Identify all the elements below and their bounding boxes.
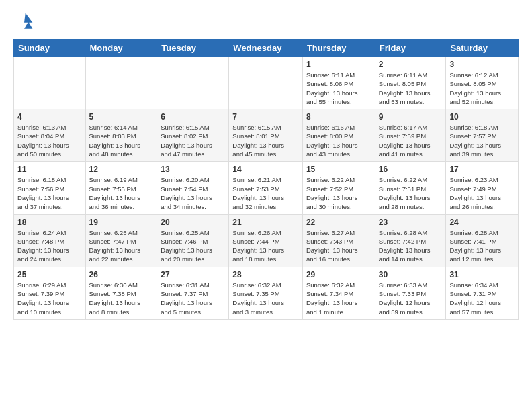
day-info: Sunrise: 6:24 AM Sunset: 7:48 PM Dayligh… (17, 228, 82, 264)
day-info: Sunrise: 6:23 AM Sunset: 7:49 PM Dayligh… (449, 175, 515, 211)
day-cell: 15Sunrise: 6:22 AM Sunset: 7:52 PM Dayli… (302, 162, 375, 214)
day-number: 20 (161, 218, 225, 227)
day-number: 4 (17, 112, 82, 122)
day-cell: 17Sunrise: 6:23 AM Sunset: 7:49 PM Dayli… (446, 162, 519, 214)
day-cell: 28Sunrise: 6:32 AM Sunset: 7:35 PM Dayli… (229, 267, 303, 319)
day-info: Sunrise: 6:25 AM Sunset: 7:46 PM Dayligh… (161, 228, 225, 264)
week-row-3: 18Sunrise: 6:24 AM Sunset: 7:48 PM Dayli… (14, 214, 519, 267)
day-cell: 2Sunrise: 6:11 AM Sunset: 8:05 PM Daylig… (375, 57, 446, 109)
day-number: 13 (161, 165, 225, 174)
day-number: 21 (232, 218, 299, 227)
day-number: 17 (449, 165, 515, 174)
day-cell: 1Sunrise: 6:11 AM Sunset: 8:06 PM Daylig… (302, 57, 375, 109)
day-info: Sunrise: 6:27 AM Sunset: 7:43 PM Dayligh… (306, 228, 371, 264)
day-info: Sunrise: 6:28 AM Sunset: 7:41 PM Dayligh… (449, 228, 515, 264)
day-number: 7 (232, 112, 299, 122)
day-info: Sunrise: 6:25 AM Sunset: 7:47 PM Dayligh… (89, 228, 154, 264)
day-number: 31 (449, 270, 515, 279)
week-row-0: 1Sunrise: 6:11 AM Sunset: 8:06 PM Daylig… (14, 57, 519, 109)
page: SundayMondayTuesdayWednesdayThursdayFrid… (0, 0, 532, 411)
day-number: 6 (161, 112, 225, 122)
day-cell: 4Sunrise: 6:13 AM Sunset: 8:04 PM Daylig… (14, 109, 86, 162)
day-cell: 7Sunrise: 6:15 AM Sunset: 8:01 PM Daylig… (229, 109, 303, 162)
day-cell: 20Sunrise: 6:25 AM Sunset: 7:46 PM Dayli… (157, 214, 229, 267)
day-number: 5 (89, 112, 154, 122)
day-info: Sunrise: 6:16 AM Sunset: 8:00 PM Dayligh… (306, 123, 371, 158)
day-number: 29 (306, 270, 371, 279)
week-row-2: 11Sunrise: 6:18 AM Sunset: 7:56 PM Dayli… (14, 162, 519, 214)
calendar-header: SundayMondayTuesdayWednesdayThursdayFrid… (14, 40, 519, 57)
day-cell: 22Sunrise: 6:27 AM Sunset: 7:43 PM Dayli… (302, 214, 375, 267)
day-info: Sunrise: 6:21 AM Sunset: 7:53 PM Dayligh… (232, 175, 299, 211)
day-info: Sunrise: 6:33 AM Sunset: 7:33 PM Dayligh… (379, 281, 443, 316)
day-number: 18 (17, 218, 82, 227)
day-number: 26 (89, 270, 154, 279)
day-cell: 11Sunrise: 6:18 AM Sunset: 7:56 PM Dayli… (14, 162, 86, 214)
header-row: SundayMondayTuesdayWednesdayThursdayFrid… (14, 40, 519, 57)
day-cell: 18Sunrise: 6:24 AM Sunset: 7:48 PM Dayli… (14, 214, 86, 267)
day-info: Sunrise: 6:15 AM Sunset: 8:01 PM Dayligh… (232, 123, 299, 158)
day-info: Sunrise: 6:20 AM Sunset: 7:54 PM Dayligh… (161, 175, 225, 211)
day-info: Sunrise: 6:26 AM Sunset: 7:44 PM Dayligh… (232, 228, 299, 264)
day-number: 10 (449, 112, 515, 122)
day-cell: 13Sunrise: 6:20 AM Sunset: 7:54 PM Dayli… (157, 162, 229, 214)
col-header-wednesday: Wednesday (229, 40, 303, 57)
day-cell: 23Sunrise: 6:28 AM Sunset: 7:42 PM Dayli… (375, 214, 446, 267)
day-info: Sunrise: 6:17 AM Sunset: 7:59 PM Dayligh… (379, 123, 443, 158)
day-number: 27 (161, 270, 225, 279)
day-info: Sunrise: 6:18 AM Sunset: 7:56 PM Dayligh… (17, 175, 82, 211)
col-header-thursday: Thursday (302, 40, 375, 57)
col-header-sunday: Sunday (14, 40, 86, 57)
day-info: Sunrise: 6:29 AM Sunset: 7:39 PM Dayligh… (17, 281, 82, 316)
day-info: Sunrise: 6:19 AM Sunset: 7:55 PM Dayligh… (89, 175, 154, 211)
day-cell (157, 57, 229, 109)
day-info: Sunrise: 6:22 AM Sunset: 7:51 PM Dayligh… (379, 175, 443, 211)
day-number: 24 (449, 218, 515, 227)
day-number: 2 (379, 60, 443, 69)
week-row-4: 25Sunrise: 6:29 AM Sunset: 7:39 PM Dayli… (14, 267, 519, 319)
day-cell: 24Sunrise: 6:28 AM Sunset: 7:41 PM Dayli… (446, 214, 519, 267)
day-cell: 12Sunrise: 6:19 AM Sunset: 7:55 PM Dayli… (85, 162, 157, 214)
day-number: 16 (379, 165, 443, 174)
day-number: 25 (17, 270, 82, 279)
logo-icon (13, 11, 35, 32)
day-number: 1 (306, 60, 371, 69)
day-cell: 8Sunrise: 6:16 AM Sunset: 8:00 PM Daylig… (302, 109, 375, 162)
day-number: 19 (89, 218, 154, 227)
day-info: Sunrise: 6:32 AM Sunset: 7:35 PM Dayligh… (232, 281, 299, 316)
day-info: Sunrise: 6:28 AM Sunset: 7:42 PM Dayligh… (379, 228, 443, 264)
day-info: Sunrise: 6:11 AM Sunset: 8:06 PM Dayligh… (306, 71, 371, 106)
day-cell (85, 57, 157, 109)
day-cell: 29Sunrise: 6:32 AM Sunset: 7:34 PM Dayli… (302, 267, 375, 319)
day-cell: 30Sunrise: 6:33 AM Sunset: 7:33 PM Dayli… (375, 267, 446, 319)
day-cell: 31Sunrise: 6:34 AM Sunset: 7:31 PM Dayli… (446, 267, 519, 319)
day-cell: 21Sunrise: 6:26 AM Sunset: 7:44 PM Dayli… (229, 214, 303, 267)
day-cell: 5Sunrise: 6:14 AM Sunset: 8:03 PM Daylig… (85, 109, 157, 162)
day-number: 9 (379, 112, 443, 122)
day-number: 28 (232, 270, 299, 279)
day-info: Sunrise: 6:11 AM Sunset: 8:05 PM Dayligh… (379, 71, 443, 106)
day-number: 8 (306, 112, 371, 122)
header (13, 11, 519, 32)
day-cell: 9Sunrise: 6:17 AM Sunset: 7:59 PM Daylig… (375, 109, 446, 162)
day-number: 15 (306, 165, 371, 174)
day-number: 3 (449, 60, 515, 69)
day-info: Sunrise: 6:32 AM Sunset: 7:34 PM Dayligh… (306, 281, 371, 316)
day-info: Sunrise: 6:22 AM Sunset: 7:52 PM Dayligh… (306, 175, 371, 211)
calendar-table: SundayMondayTuesdayWednesdayThursdayFrid… (13, 39, 519, 320)
day-number: 30 (379, 270, 443, 279)
week-row-1: 4Sunrise: 6:13 AM Sunset: 8:04 PM Daylig… (14, 109, 519, 162)
day-cell: 6Sunrise: 6:15 AM Sunset: 8:02 PM Daylig… (157, 109, 229, 162)
day-number: 23 (379, 218, 443, 227)
col-header-friday: Friday (375, 40, 446, 57)
svg-marker-0 (24, 13, 32, 29)
day-cell: 26Sunrise: 6:30 AM Sunset: 7:38 PM Dayli… (85, 267, 157, 319)
col-header-tuesday: Tuesday (157, 40, 229, 57)
day-number: 12 (89, 165, 154, 174)
day-cell: 25Sunrise: 6:29 AM Sunset: 7:39 PM Dayli… (14, 267, 86, 319)
day-info: Sunrise: 6:12 AM Sunset: 8:05 PM Dayligh… (449, 71, 515, 106)
day-info: Sunrise: 6:13 AM Sunset: 8:04 PM Dayligh… (17, 123, 82, 158)
day-info: Sunrise: 6:31 AM Sunset: 7:37 PM Dayligh… (161, 281, 225, 316)
day-cell: 19Sunrise: 6:25 AM Sunset: 7:47 PM Dayli… (85, 214, 157, 267)
logo (13, 11, 38, 32)
